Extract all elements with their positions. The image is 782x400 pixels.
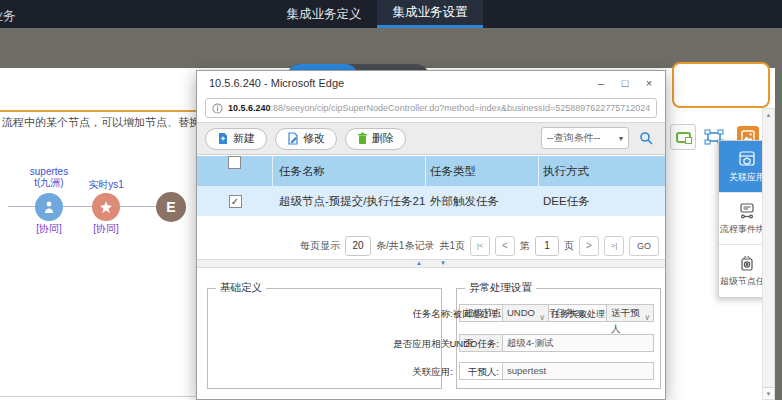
collapse-up-icon[interactable]: ▲ (416, 260, 422, 267)
flow-node-end[interactable]: E (156, 192, 186, 222)
exception-settings-legend: 异常处理设置 (465, 281, 536, 295)
query-condition-select[interactable]: --查询条件-- ▾ (541, 127, 629, 149)
top-nav-bar: 业务 集成业务定义 集成业务设置 (0, 0, 782, 28)
new-document-icon (217, 132, 229, 145)
close-button[interactable]: × (637, 71, 661, 96)
rollback-select[interactable]: UNDO ∨ (502, 304, 549, 322)
vertical-scrollbar[interactable]: ▲ ▼ (762, 108, 775, 400)
url-path: :88/seeyon/cip/cipSuperNodeController.do… (271, 103, 650, 113)
page-number-input[interactable]: 1 (535, 236, 559, 256)
undo-task-input[interactable]: 超级4-测试 (502, 334, 654, 352)
basic-definition-legend: 基础定义 (216, 281, 266, 295)
partial-left-tab[interactable]: 业务 (0, 7, 30, 25)
node-select-tool[interactable] (670, 124, 696, 150)
col-task-name: 任务名称 (273, 156, 426, 186)
url-bar[interactable]: 10.5.6.240:88/seeyon/cip/cipSuperNodeCon… (205, 98, 657, 118)
cell-task-type: 外部触发任务 (426, 194, 539, 209)
node2-sub-label: [协同] (77, 222, 135, 236)
url-text: 10.5.6.240:88/seeyon/cip/cipSuperNodeCon… (228, 103, 650, 113)
person-icon (42, 200, 56, 214)
maximize-button[interactable]: □ (613, 71, 637, 96)
window-controls: – □ × (589, 71, 661, 96)
app-related-label: 是否应用相关: (391, 338, 453, 351)
collapse-down-icon[interactable]: ▼ (440, 260, 446, 267)
scroll-down-icon[interactable]: ▼ (763, 387, 774, 399)
trash-icon (357, 132, 368, 145)
task-name-label: 任务名称: (403, 308, 453, 321)
page-label-post: 页 (564, 239, 574, 253)
first-page-button[interactable]: |< (470, 236, 490, 256)
related-app-label: 关联应用: (403, 366, 453, 379)
delete-button[interactable]: 删除 (345, 128, 406, 150)
view-switch-bar: 流程图 集成视图 (0, 28, 782, 68)
url-host: 10.5.6.240 (228, 103, 271, 113)
node2-label: 实时ys1 (77, 179, 135, 190)
col-task-type: 任务类型 (426, 156, 539, 186)
edit-pencil-icon (287, 132, 299, 145)
edge-popup-window: 10.5.6.240 - Microsoft Edge – □ × 10.5.6… (196, 70, 666, 400)
handler-input[interactable]: supertest (502, 362, 654, 380)
total-pages-label: 共1页 (439, 239, 465, 253)
node1-label: supertes t(九洲) (20, 166, 78, 188)
last-page-button[interactable]: >| (604, 236, 624, 256)
selected-region-box (672, 62, 770, 108)
chevron-down-icon: ∨ (644, 310, 650, 326)
chevron-down-icon: ▾ (619, 134, 623, 143)
app-box-icon (738, 150, 756, 168)
info-icon (212, 103, 223, 114)
cell-exec-mode: DEE任务 (539, 194, 665, 209)
tab-integration-define[interactable]: 集成业务定义 (268, 0, 380, 28)
page-label-pre: 第 (520, 239, 530, 253)
flow-node-trigger[interactable] (92, 193, 120, 221)
canvas-bottom-border (0, 396, 196, 397)
supernode-task-icon (738, 254, 756, 272)
table-row[interactable]: ✓ 超级节点-预提交/执行任务21 外部触发任务 DEE任务 (197, 186, 665, 216)
records-label: 条/共1条记录 (376, 239, 434, 253)
scroll-up-icon[interactable]: ▲ (763, 109, 774, 121)
rollback-label: 被回退处理: (453, 308, 499, 321)
flow-node-person[interactable] (35, 193, 63, 221)
window-frame-strip (775, 68, 782, 400)
row-checkbox[interactable]: ✓ (229, 195, 242, 208)
minimize-button[interactable]: – (589, 71, 613, 96)
node-hint-text: 流程中的某个节点，可以增加节点、替换或删除当前节点、复制当 (2, 115, 196, 130)
new-button[interactable]: 新建 (205, 128, 267, 150)
handler-label: 干预人: (459, 366, 499, 379)
header-checkbox[interactable] (228, 156, 241, 169)
fail-handle-label: 任务失败处理: (551, 308, 603, 321)
undo-task-label: UNDO任务: (449, 338, 499, 351)
cell-task-name: 超级节点-预提交/执行任务21 (273, 194, 426, 209)
panel-splitter[interactable]: ▲ ▼ (197, 259, 665, 268)
table-header: 任务名称 任务类型 执行方式 (197, 156, 665, 186)
col-exec-mode: 执行方式 (539, 164, 665, 179)
search-icon[interactable] (639, 131, 653, 145)
per-page-label: 每页显示 (300, 239, 340, 253)
go-button[interactable]: GO (629, 236, 659, 256)
page-size-input[interactable]: 20 (345, 236, 371, 256)
green-rect-icon (676, 132, 691, 143)
hint-box-border (0, 110, 196, 112)
flow-event-icon (738, 202, 756, 220)
next-page-button[interactable]: > (579, 236, 599, 256)
window-title: 10.5.6.240 - Microsoft Edge (209, 77, 344, 89)
star-icon (99, 200, 113, 214)
pagination: 每页显示 20 条/共1条记录 共1页 |< < 第 1 页 > >| GO (300, 235, 659, 257)
modify-button[interactable]: 修改 (275, 128, 337, 150)
fail-handle-select[interactable]: 送干预人 ∨ (606, 304, 654, 322)
node1-sub-label: [协同] (20, 222, 78, 236)
tab-integration-settings[interactable]: 集成业务设置 (377, 0, 483, 28)
prev-page-button[interactable]: < (495, 236, 515, 256)
chevron-down-icon: ∨ (539, 310, 545, 326)
